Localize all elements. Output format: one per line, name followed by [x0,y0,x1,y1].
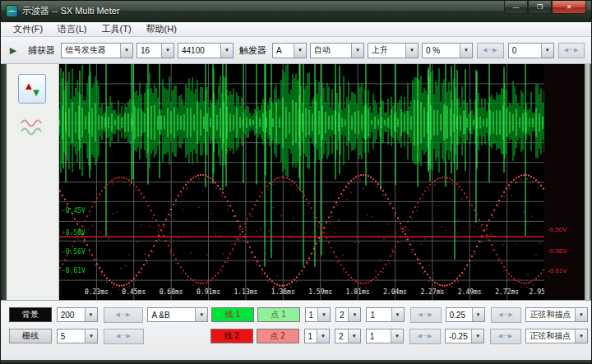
y-axis-label: -0.56V [62,248,86,256]
minimize-button[interactable]: — [504,1,528,14]
background-shift-button[interactable]: ◀─▶ [104,307,144,323]
green-wave-down-icon: ▼ [30,86,41,99]
scope-plot: -0.45V-0.50V-0.56V-0.61V0.23ms0.45ms0.68… [59,64,544,300]
dot2-color-button[interactable]: 点 2 [257,329,299,343]
channels-select[interactable]: A &B▼ [147,307,208,322]
x-axis-tick-label: 2.72ms [495,288,519,296]
bottom-control-panel: 背景 200▼ ◀─▶ A &B▼ 线 1 点 1 1▼ 2▼ 1▼ ◀─▶ 0… [1,300,591,360]
chevron-down-icon: ▼ [85,329,97,343]
x-axis-tick-label: 2.95ms [529,288,543,296]
trigger-channel-select[interactable]: A▼ [272,43,307,58]
x-axis-tick-label: 1.13ms [234,288,257,296]
bit-depth-select[interactable]: 16▼ [136,43,174,58]
capture-label: 捕获器 [28,44,55,57]
trigger-offset-select[interactable]: 0▼ [508,43,554,58]
x-axis-tick-label: 0.23ms [85,288,109,296]
chevron-down-icon: ▼ [471,329,483,343]
line2-color-button[interactable]: 线 2 [210,329,253,343]
maximize-button[interactable]: ❒ [528,1,552,14]
ch1-num2-select[interactable]: 2▼ [335,307,361,322]
scope-display[interactable]: -0.45V-0.50V-0.56V-0.61V0.23ms0.45ms0.68… [59,64,544,300]
ch2-shift-button[interactable]: ◀─▶ [409,329,441,344]
shift-arrows-icon: ◀─▶ [116,333,132,339]
x-axis-tick-label: 0.91ms [197,288,220,296]
ch2-scale-shift-button[interactable]: ◀─▶ [490,329,521,344]
minimize-icon: — [513,3,520,11]
close-button[interactable]: ✕ [552,1,586,14]
x-axis-tick-label: 1.36ms [271,288,295,296]
shift-arrows-icon: ◀─▶ [498,311,514,317]
ch1-num3-select[interactable]: 1▼ [366,307,404,322]
gridlines-value-select[interactable]: 5▼ [57,329,98,343]
chevron-down-icon: ▼ [85,308,97,321]
x-axis-tick-label: 1.59ms [308,288,332,296]
source-select[interactable]: 信号发生器▼ [61,43,133,58]
chevron-down-icon: ▼ [391,329,403,343]
background-value-select[interactable]: 200▼ [57,307,98,322]
dual-waves-icon[interactable] [20,117,44,138]
menu-help[interactable]: 帮助(H) [139,22,184,36]
dot1-color-button[interactable]: 点 1 [257,307,300,322]
y-axis-label: -0.45V [62,207,86,214]
ch1-scale-shift-button[interactable]: ◀─▶ [491,307,522,323]
line1-color-button[interactable]: 线 1 [211,307,254,322]
trigger-level-shift-button[interactable]: ◀─▶ [477,43,504,58]
play-icon: ▶ [10,45,16,55]
x-axis-tick-label: 2.27ms [420,288,444,296]
maximize-icon: ❒ [537,3,543,11]
chevron-down-icon: ▼ [317,308,330,321]
menu-language[interactable]: 语言(L) [50,22,94,36]
chevron-down-icon: ▼ [391,308,404,321]
chevron-down-icon: ▼ [161,44,173,58]
app-window: 示波器 -- SX Multi Meter — ❒ ✕ 文件(F) 语言(L) … [0,0,592,364]
chevron-down-icon: ▼ [575,308,587,321]
menu-file[interactable]: 文件(F) [6,22,50,36]
trigger-label: 触发器 [239,44,266,57]
chevron-down-icon: ▼ [541,44,553,58]
play-button[interactable]: ▶ [4,41,22,59]
channel-view-button[interactable]: ▲ ▼ [18,74,46,104]
sample-rate-select[interactable]: 44100▼ [178,43,234,58]
x-axis-tick-label: 0.45ms [122,288,146,296]
channel-row-2: 栅线 5▼ ◀─▶ 线 2 点 2 1▼ 2▼ 1▼ ◀─▶ -0.25▼ ◀─… [9,327,591,345]
chevron-down-icon: ▼ [460,44,472,58]
background-button[interactable]: 背景 [9,307,52,322]
close-icon: ✕ [567,3,572,11]
ch1-shift-button[interactable]: ◀─▶ [410,307,442,323]
ch2-draw-mode-select[interactable]: 正弦和描点▼ [525,329,588,343]
trigger-edge-select[interactable]: 上升▼ [368,43,419,58]
shift-arrows-icon: ◀─▶ [564,47,580,53]
window-frame-bottom [1,360,591,364]
ch2-num3-select[interactable]: 1▼ [366,329,404,343]
ch1-scale-select[interactable]: 0.25▼ [446,307,485,322]
window-frame-right [585,64,591,300]
right-voltage-readout: -0.56V [548,247,567,255]
ch1-draw-mode-select[interactable]: 正弦和描点▼ [525,307,588,322]
chevron-down-icon: ▼ [472,308,484,321]
toolbar: ▶ 捕获器 信号发生器▼ 16▼ 44100▼ 触发器 A▼ 自动▼ 上升▼ 0… [1,37,591,64]
chevron-down-icon: ▼ [575,329,587,343]
trigger-level-select[interactable]: 0 %▼ [422,43,473,58]
x-axis-tick-label: 2.04ms [383,288,407,296]
menu-tools[interactable]: 工具(T) [95,22,139,36]
window-title: 示波器 -- SX Multi Meter [22,5,504,17]
ch2-num2-select[interactable]: 2▼ [335,329,361,343]
ch1-num1-select[interactable]: 1▼ [305,307,331,322]
chevron-down-icon: ▼ [220,44,233,58]
ch2-num1-select[interactable]: 1▼ [304,329,331,343]
y-axis-label: -0.50V [62,229,86,237]
menu-bar: 文件(F) 语言(L) 工具(T) 帮助(H) [1,22,591,37]
ch2-scale-select[interactable]: -0.25▼ [445,329,484,343]
gridlines-shift-button[interactable]: ◀─▶ [104,329,144,344]
chevron-down-icon: ▼ [195,308,207,321]
trigger-offset-shift-button[interactable]: ◀─▶ [558,43,585,58]
chevron-down-icon: ▼ [120,44,132,58]
trigger-mode-select[interactable]: 自动▼ [310,43,364,58]
y-axis-label: -0.61V [62,267,86,274]
shift-arrows-icon: ◀─▶ [483,47,498,53]
app-icon [6,5,18,17]
chevron-down-icon: ▼ [348,308,360,321]
chevron-down-icon: ▼ [405,44,418,58]
right-voltage-readout: -0.50V [548,226,567,233]
gridlines-button[interactable]: 栅线 [9,329,52,343]
